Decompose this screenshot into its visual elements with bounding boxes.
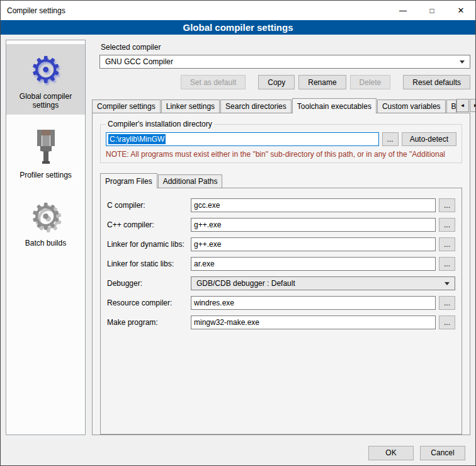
installation-directory-value: C:\raylib\MinGW (108, 134, 166, 144)
c-compiler-browse-button[interactable]: ... (439, 198, 455, 212)
c-compiler-label: C compiler: (107, 201, 188, 210)
compiler-buttons: Set as default Copy Rename Delete Reset … (99, 75, 470, 89)
profiler-icon (27, 127, 65, 168)
sidebar-item-batch-builds[interactable]: ⚙ Batch builds (6, 191, 85, 253)
main-content: Selected compiler GNU GCC Compiler Set a… (92, 40, 470, 435)
debugger-label: Debugger: (107, 279, 188, 288)
make-program-row: Make program: ... (107, 315, 455, 329)
resource-compiler-input[interactable] (191, 296, 436, 310)
tab-scroll-left-icon[interactable]: ◄ (456, 99, 469, 112)
maximize-button[interactable]: □ (417, 1, 446, 20)
program-files-panel: C compiler: ... C++ compiler: ... Linker… (100, 188, 462, 435)
tab-linker-settings[interactable]: Linker settings (161, 99, 220, 113)
minimize-button[interactable]: — (388, 1, 417, 20)
toolchain-executables-panel: Compiler's installation directory C:\ray… (92, 113, 470, 435)
set-as-default-button[interactable]: Set as default (181, 75, 246, 89)
make-program-label: Make program: (107, 318, 188, 327)
bin-subdirectory-note: NOTE: All programs must exist either in … (106, 150, 456, 159)
compiler-select[interactable]: GNU GCC Compiler (99, 55, 470, 69)
tab-scroll-right-icon[interactable]: ► (470, 99, 475, 112)
browse-directory-button[interactable]: ... (382, 132, 399, 146)
resource-compiler-browse-button[interactable]: ... (439, 296, 455, 310)
reset-defaults-button[interactable]: Reset defaults (403, 75, 470, 89)
cpp-compiler-row: C++ compiler: ... (107, 218, 455, 232)
tab-compiler-settings[interactable]: Compiler settings (92, 99, 161, 113)
tab-search-directories[interactable]: Search directories (220, 99, 292, 113)
blue-gear-icon: ⚙ (30, 50, 62, 89)
static-linker-row: Linker for static libs: ... (107, 257, 455, 271)
make-program-input[interactable] (191, 315, 436, 329)
compiler-settings-window: Compiler settings — □ ✕ Global compiler … (0, 0, 476, 466)
installation-directory-legend: Compiler's installation directory (106, 120, 214, 128)
program-files-tab-bar: Program Files Additional Paths (100, 173, 462, 188)
title-bar: Compiler settings — □ ✕ (1, 1, 475, 20)
cpp-compiler-browse-button[interactable]: ... (439, 218, 455, 232)
sidebar-item-profiler-settings[interactable]: Profiler settings (6, 121, 85, 185)
settings-category-list: ⚙ Global compiler settings Profiler set (6, 40, 86, 435)
installation-directory-group: Compiler's installation directory C:\ray… (100, 120, 462, 163)
rename-button[interactable]: Rename (298, 75, 346, 89)
dialog-body: ⚙ Global compiler settings Profiler set (1, 35, 475, 440)
selected-compiler-label: Selected compiler (101, 43, 470, 52)
c-compiler-input[interactable] (191, 198, 436, 212)
dynamic-linker-input[interactable] (191, 237, 436, 251)
copy-button[interactable]: Copy (258, 75, 295, 89)
debugger-select-value: GDB/CDB debugger : Default (196, 279, 295, 288)
static-linker-browse-button[interactable]: ... (439, 257, 455, 271)
cpp-compiler-input[interactable] (191, 218, 436, 232)
tab-program-files[interactable]: Program Files (100, 173, 157, 188)
resource-compiler-label: Resource compiler: (107, 298, 188, 307)
close-button[interactable]: ✕ (446, 1, 475, 20)
tab-additional-paths[interactable]: Additional Paths (158, 174, 223, 188)
dynamic-linker-browse-button[interactable]: ... (439, 237, 455, 251)
resource-compiler-row: Resource compiler: ... (107, 296, 455, 310)
page-title: Global compiler settings (1, 20, 475, 35)
auto-detect-button[interactable]: Auto-detect (402, 132, 456, 146)
static-linker-input[interactable] (191, 257, 436, 271)
settings-tab-bar: Compiler settings Linker settings Search… (92, 98, 470, 113)
tab-build-options[interactable]: Buil (446, 99, 456, 113)
debugger-select[interactable]: GDB/CDB debugger : Default (191, 276, 455, 290)
sidebar-item-label: Profiler settings (20, 171, 72, 179)
cancel-button[interactable]: Cancel (420, 446, 465, 460)
installation-directory-input[interactable]: C:\raylib\MinGW (106, 132, 379, 146)
c-compiler-row: C compiler: ... (107, 198, 455, 212)
delete-button[interactable]: Delete (350, 75, 391, 89)
installation-directory-row: C:\raylib\MinGW ... Auto-detect (106, 132, 456, 146)
sidebar-item-label: Batch builds (25, 239, 66, 247)
selected-compiler-section: Selected compiler GNU GCC Compiler Set a… (92, 40, 470, 98)
static-linker-label: Linker for static libs: (107, 259, 188, 268)
sidebar-item-global-compiler-settings[interactable]: ⚙ Global compiler settings (6, 44, 85, 115)
debugger-row: Debugger: GDB/CDB debugger : Default (107, 276, 455, 290)
dynamic-linker-row: Linker for dynamic libs: ... (107, 237, 455, 251)
gray-gear-icon: ⚙ (30, 197, 62, 236)
dynamic-linker-label: Linker for dynamic libs: (107, 240, 188, 249)
make-program-browse-button[interactable]: ... (439, 315, 455, 329)
dialog-footer: OK Cancel (1, 440, 475, 465)
tab-custom-variables[interactable]: Custom variables (377, 99, 446, 113)
chevron-down-icon (445, 282, 450, 285)
cpp-compiler-label: C++ compiler: (107, 220, 188, 229)
sidebar-item-label: Global compiler settings (8, 92, 84, 110)
window-title: Compiler settings (1, 6, 388, 15)
ok-button[interactable]: OK (368, 446, 414, 460)
tab-toolchain-executables[interactable]: Toolchain executables (292, 98, 377, 113)
tab-scroll-buttons: ◄ ► (456, 99, 475, 113)
chevron-down-icon (460, 60, 465, 64)
compiler-select-value: GNU GCC Compiler (105, 57, 173, 66)
